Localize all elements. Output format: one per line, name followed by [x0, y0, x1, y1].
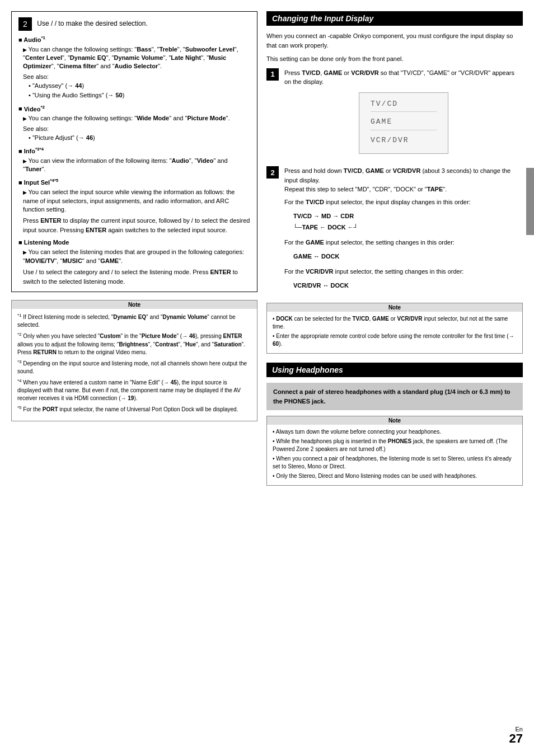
- headphones-note-2: • While the headphones plug is inserted …: [273, 438, 517, 453]
- lcd-display: TV/CD GAME VCR/DVR: [359, 92, 448, 154]
- changing-input-intro2: This setting can be done only from the f…: [266, 54, 523, 64]
- audio-sup: *1: [41, 35, 45, 40]
- headphones-note-box: Note • Always turn down the volume befor…: [266, 416, 523, 486]
- vcr-order-diagram: VCR/DVR ↔ DOCK: [293, 280, 523, 292]
- headphones-section: Using Headphones Connect a pair of stere…: [266, 363, 523, 486]
- audio-bullet: You can change the following settings: "…: [23, 45, 250, 71]
- step2-content: Press and hold down TV/CD, GAME or VCR/D…: [284, 166, 523, 296]
- left-note-box: Note *1 If Direct listening mode is sele…: [11, 300, 257, 421]
- step2-repeat: Repeat this step to select "MD", "CDR", …: [284, 186, 447, 192]
- video-sup: *2: [40, 105, 45, 110]
- info-sup: *3*4: [35, 147, 44, 152]
- headphones-note-title: Note: [267, 416, 522, 425]
- video-section: Video*2 You can change the following set…: [18, 105, 250, 142]
- video-bullet: You can change the following settings: "…: [23, 114, 250, 123]
- left-note-2: *2 Only when you have selected "Custom" …: [17, 331, 251, 356]
- info-bullet: You can view the information of the foll…: [23, 157, 250, 174]
- step2-header: 2 Use / / to make the desired selection.: [18, 17, 250, 31]
- lcd-line-game: GAME: [371, 116, 437, 130]
- right-note-box: Note • DOCK can be selected for the TV/C…: [266, 303, 523, 354]
- vcr-order-label: For the VCR/DVR input selector, the sett…: [284, 267, 523, 276]
- audio-dot-2: "Using the Audio Settings" (→ 50): [29, 91, 250, 100]
- lcd-line-vcrdvr: VCR/DVR: [371, 135, 437, 148]
- audio-dot-1: "Audyssey" (→ 44): [29, 82, 250, 90]
- right-note-2: • Enter the appropriate remote control c…: [273, 332, 517, 348]
- listening-extra: Use / to select the category and / to se…: [23, 267, 250, 286]
- tvcd-order-line1: TV/CD → MD → CDR: [293, 211, 523, 222]
- left-note-title: Note: [12, 300, 257, 309]
- step2-row: 2 Press and hold down TV/CD, GAME or VCR…: [266, 166, 523, 296]
- step1-row: 1 Press TV/CD, GAME or VCR/DVR so that "…: [266, 68, 523, 160]
- changing-input-heading: Changing the Input Display: [266, 11, 523, 26]
- left-column: 2 Use / / to make the desired selection.…: [11, 11, 257, 745]
- listening-section: Listening Mode You can select the listen…: [18, 239, 250, 286]
- lcd-line-tvcd: TV/CD: [371, 98, 437, 112]
- audio-see-also: See also:: [23, 73, 250, 80]
- changing-input-intro1: When you connect an -capable Onkyo compo…: [266, 31, 523, 50]
- step2-instruction: Use / / to make the desired selection.: [37, 20, 147, 27]
- left-note-5: *5 For the PORT input selector, the name…: [17, 405, 251, 414]
- tvcd-order-label: For the TV/CD input selector, the input …: [284, 198, 523, 207]
- inputsel-bullet: You can select the input source while vi…: [23, 188, 250, 214]
- headphones-instruction: Connect a pair of stereo headphones with…: [266, 383, 523, 410]
- inputsel-section: Input Sel*4*5 You can select the input s…: [18, 178, 250, 234]
- step2-number: 2: [266, 166, 279, 179]
- right-column: Changing the Input Display When you conn…: [266, 11, 523, 745]
- video-dot-1: "Picture Adjust" (→ 46): [29, 134, 250, 142]
- info-title: Info*3*4: [18, 147, 250, 154]
- step1-content: Press TV/CD, GAME or VCR/DVR so that "TV…: [284, 68, 523, 160]
- right-note-title: Note: [267, 303, 522, 312]
- game-order-diagram: GAME ↔ DOCK: [293, 251, 523, 262]
- headphones-note-1: • Always turn down the volume before con…: [273, 428, 517, 436]
- inputsel-extra: Press ENTER to display the current input…: [23, 216, 250, 234]
- step-number-2: 2: [18, 17, 32, 31]
- listening-bullet: You can select the listening modes that …: [23, 248, 250, 265]
- game-order-line: GAME ↔ DOCK: [293, 251, 523, 262]
- headphones-note-4: • Only the Stereo, Direct and Mono liste…: [273, 472, 517, 480]
- page-number: 27: [509, 732, 523, 745]
- headphones-note-3: • When you connect a pair of headphones,…: [273, 455, 517, 471]
- headphones-heading: Using Headphones: [266, 363, 523, 377]
- audio-section: Audio*1 You can change the following set…: [18, 35, 250, 100]
- tvcd-order-line2: └─TAPE ← DOCK ←┘: [293, 222, 523, 233]
- game-order-label: For the GAME input selector, the setting…: [284, 238, 523, 247]
- right-note-1: • DOCK can be selected for the TV/CD, GA…: [273, 315, 517, 331]
- left-note-1: *1 If Direct listening mode is selected,…: [17, 312, 251, 329]
- audio-title: Audio*1: [18, 35, 250, 43]
- listening-title: Listening Mode: [18, 239, 250, 246]
- inputsel-title: Input Sel*4*5: [18, 178, 250, 186]
- step2-box: 2 Use / / to make the desired selection.…: [11, 11, 257, 292]
- side-tab: [526, 168, 534, 235]
- step1-number: 1: [266, 68, 279, 81]
- video-title: Video*2: [18, 105, 250, 112]
- left-note-3: *3 Depending on the input source and lis…: [17, 359, 251, 375]
- inputsel-sup: *4*5: [50, 178, 58, 183]
- tvcd-order-diagram: TV/CD → MD → CDR └─TAPE ← DOCK ←┘: [293, 211, 523, 233]
- step2-text: Press and hold down TV/CD, GAME or VCR/D…: [284, 167, 510, 184]
- vcr-order-line: VCR/DVR ↔ DOCK: [293, 280, 523, 292]
- step1-text: Press TV/CD, GAME or VCR/DVR so that "TV…: [284, 69, 514, 86]
- video-see-also: See also:: [23, 125, 250, 132]
- page-number-area: En 27: [509, 726, 523, 745]
- info-section: Info*3*4 You can view the information of…: [18, 147, 250, 173]
- left-note-4: *4 When you have entered a custom name i…: [17, 378, 251, 402]
